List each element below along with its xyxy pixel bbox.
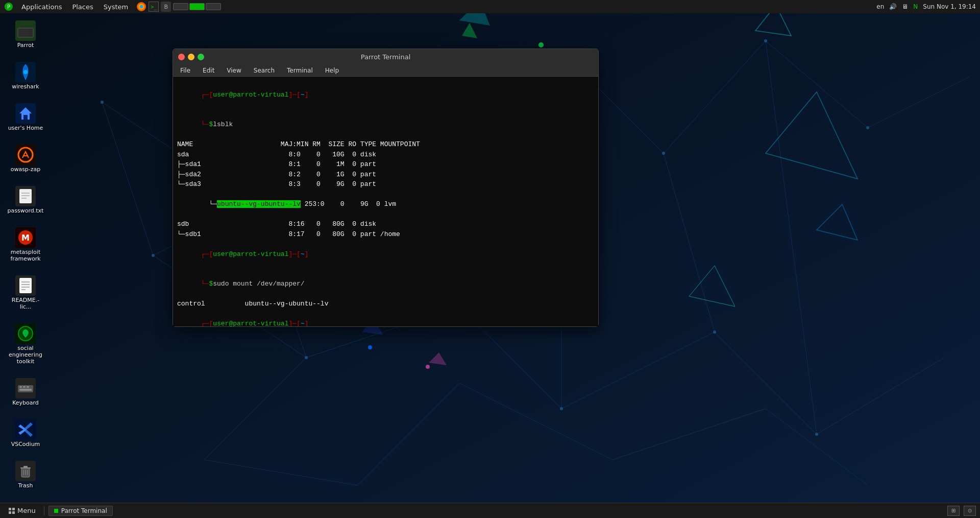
terminal-window: Parrot Terminal File Edit View Search Te… <box>173 49 599 327</box>
places-menu-btn[interactable]: Places <box>68 2 97 12</box>
password-file-icon <box>15 186 36 206</box>
svg-point-41 <box>713 331 716 334</box>
vscodium-icon <box>15 419 36 440</box>
terminal-titlebar: Parrot Terminal <box>173 49 598 64</box>
desktop-icon-wireshark[interactable]: wireshark <box>5 60 46 92</box>
term-line-sda1: ├─sda1 8:1 0 1M 0 part <box>177 159 594 170</box>
metasploit-icon: M <box>15 227 36 248</box>
svg-point-37 <box>152 254 155 257</box>
applications-menu-btn[interactable]: Applications <box>17 2 66 12</box>
term-line-5: control ubuntu--vg-ubuntu--lv <box>177 299 594 309</box>
terminal-title: Parrot Terminal <box>361 53 411 61</box>
desktop-icon-parrot[interactable]: Parrot <box>5 18 46 51</box>
readme-icon <box>15 275 36 296</box>
svg-rect-73 <box>19 189 32 203</box>
svg-point-58 <box>140 5 143 8</box>
svg-point-52 <box>368 345 372 349</box>
svg-point-53 <box>426 365 430 369</box>
svg-rect-92 <box>27 386 29 388</box>
desktop-icon-password[interactable]: password.txt <box>5 184 46 216</box>
svg-point-36 <box>866 126 869 129</box>
svg-text:P: P <box>7 4 10 10</box>
svg-rect-68 <box>23 115 28 120</box>
window-maximize-button[interactable] <box>198 54 204 60</box>
window-close-button[interactable] <box>178 54 185 60</box>
svg-rect-107 <box>12 511 15 514</box>
svg-rect-93 <box>19 389 32 391</box>
battery-indicators <box>173 3 221 10</box>
terminal-menu-view[interactable]: View <box>224 66 244 75</box>
keyboard-icon <box>15 378 36 398</box>
owasp-icon <box>15 145 36 165</box>
bottom-taskbar: Menu Parrot Terminal ⊞ ⊙ <box>0 503 980 518</box>
top-bar-left: P Applications Places System >_ B <box>4 2 221 12</box>
taskbar-settings-button[interactable]: ⊙ <box>964 506 976 516</box>
desktop-icons-area: Parrot wireshark user's Home <box>5 18 46 491</box>
extra-icon[interactable]: B <box>161 2 171 12</box>
taskbar-grid-button[interactable]: ⊞ <box>947 506 960 516</box>
terminal-menu-edit[interactable]: Edit <box>200 66 217 75</box>
svg-rect-81 <box>19 278 32 293</box>
desktop-icon-set[interactable]: social engineering toolkit <box>5 321 46 367</box>
terminal-menu-file[interactable]: File <box>177 66 193 75</box>
system-menu-btn[interactable]: System <box>100 2 132 12</box>
display-icon[interactable]: 🖥 <box>902 3 908 10</box>
taskbar-right-area: ⊞ ⊙ <box>947 506 976 516</box>
svg-point-38 <box>305 356 308 359</box>
terminal-menu-search[interactable]: Search <box>251 66 278 75</box>
svg-point-40 <box>560 407 563 410</box>
term-line-6: ┌─[user@parrot-virtual]─[~] <box>177 309 594 327</box>
svg-rect-91 <box>23 386 26 388</box>
terminal-menu-terminal[interactable]: Terminal <box>284 66 316 75</box>
terminal-menubar: File Edit View Search Terminal Help <box>173 64 598 77</box>
term-line-sdb: sdb 8:16 0 80G 0 disk <box>177 219 594 229</box>
desktop-icon-owasp[interactable]: owasp-zap <box>5 143 46 175</box>
svg-rect-100 <box>23 466 28 468</box>
term-line-sda2: ├─sda2 8:2 0 1G 0 part <box>177 170 594 180</box>
svg-point-42 <box>815 433 818 436</box>
desktop-icon-metasploit[interactable]: M metasploit framework <box>5 225 46 264</box>
term-line-1: ┌─[user@parrot-virtual]─[~] <box>177 80 594 110</box>
terminal-menu-help[interactable]: Help <box>322 66 342 75</box>
set-icon <box>15 323 36 344</box>
terminal-active-indicator <box>54 509 58 513</box>
svg-point-35 <box>764 39 767 42</box>
firefox-icon[interactable] <box>136 2 146 12</box>
datetime-display: Sun Nov 1, 19:14 <box>923 3 976 10</box>
svg-rect-105 <box>12 508 15 510</box>
window-minimize-button[interactable] <box>188 54 194 60</box>
desktop-icon-readme[interactable]: README.-lic... <box>5 273 46 312</box>
svg-rect-104 <box>9 508 11 510</box>
term-line-sdb1: └─sdb1 8:17 0 80G 0 part /home <box>177 229 594 240</box>
parrot-icon <box>15 20 36 41</box>
term-line-sda3: └─sda3 8:3 0 9G 0 part <box>177 179 594 190</box>
wireshark-icon <box>15 62 36 82</box>
language-indicator[interactable]: en <box>876 3 884 10</box>
bottom-terminal-button[interactable]: Parrot Terminal <box>48 506 113 516</box>
term-line-3: ┌─[user@parrot-virtual]─[~] <box>177 239 594 269</box>
svg-text:M: M <box>21 233 30 243</box>
parrot-logo-icon: P <box>4 2 13 11</box>
home-icon <box>15 103 36 124</box>
svg-point-34 <box>662 152 665 155</box>
top-taskbar: P Applications Places System >_ B <box>0 0 980 13</box>
menu-grid-icon <box>8 507 15 514</box>
taskbar-divider <box>44 506 44 515</box>
desktop-icon-keyboard[interactable]: Keyboard <box>5 376 46 408</box>
term-line-header: NAME MAJ:MIN RM SIZE RO TYPE MOUNTPOINT <box>177 139 594 150</box>
desktop-icon-trash[interactable]: Trash <box>5 459 46 491</box>
bottom-menu-button[interactable]: Menu <box>4 506 40 515</box>
svg-rect-106 <box>9 511 11 514</box>
svg-rect-90 <box>19 386 22 388</box>
network-icon[interactable]: N <box>913 3 918 10</box>
svg-point-65 <box>23 70 28 74</box>
terminal-body[interactable]: ┌─[user@parrot-virtual]─[~] └─$lsblk NAM… <box>173 77 598 326</box>
highlighted-lv: ubuntu--vg-ubuntu--lv <box>217 200 301 208</box>
volume-icon[interactable]: 🔊 <box>889 3 897 10</box>
top-bar-right: en 🔊 🖥 N Sun Nov 1, 19:14 <box>876 3 976 10</box>
terminal-taskbar-icon[interactable]: >_ <box>149 2 159 12</box>
desktop-icon-home[interactable]: user's Home <box>5 101 46 133</box>
svg-point-29 <box>101 101 104 104</box>
desktop-icon-vscodium[interactable]: VSCodium <box>5 417 46 450</box>
term-line-sda: sda 8:0 0 10G 0 disk <box>177 150 594 160</box>
